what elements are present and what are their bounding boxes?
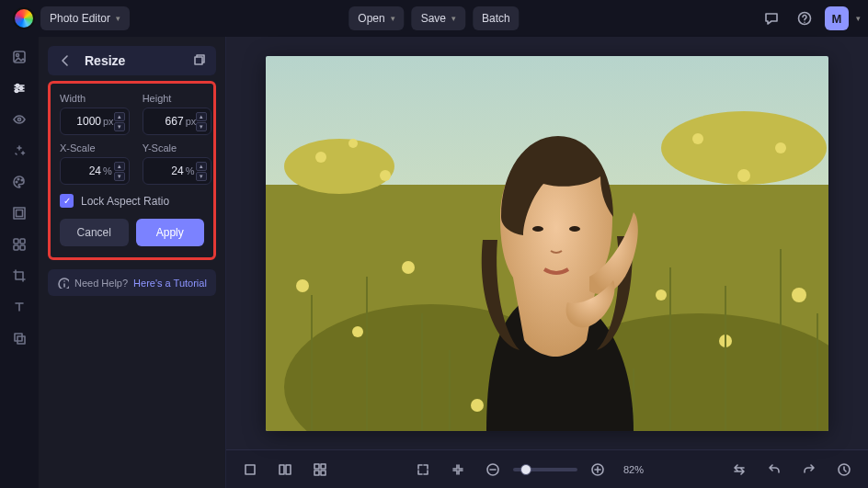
- svg-point-40: [532, 226, 543, 232]
- app-mode-dropdown[interactable]: Photo Editor ▾: [40, 6, 130, 30]
- batch-button[interactable]: Batch: [473, 6, 520, 30]
- top-bar: Photo Editor ▾ Open ▾ Save ▾ Batch M ▾: [0, 0, 868, 37]
- svg-point-7: [16, 181, 17, 183]
- svg-point-41: [569, 226, 580, 232]
- rail-palette-icon[interactable]: [6, 169, 32, 195]
- canvas-area: 82%: [226, 37, 868, 488]
- avatar-letter: M: [832, 12, 842, 26]
- svg-point-32: [692, 133, 703, 144]
- fullscreen-button[interactable]: [410, 457, 436, 482]
- zoom-in-button[interactable]: [585, 457, 611, 482]
- chat-button[interactable]: [759, 6, 784, 31]
- svg-point-26: [315, 152, 326, 163]
- layout-single-button[interactable]: [237, 457, 263, 482]
- fit-screen-button[interactable]: [445, 457, 471, 482]
- yscale-field[interactable]: % ▴ ▾: [143, 157, 212, 185]
- open-button[interactable]: Open ▾: [348, 6, 404, 30]
- rail-image-icon[interactable]: [6, 44, 32, 70]
- width-step-down[interactable]: ▾: [114, 122, 125, 131]
- height-input[interactable]: [151, 115, 184, 128]
- zoom-controls: 82%: [480, 457, 649, 482]
- help-link[interactable]: Here's a Tutorial: [133, 278, 207, 289]
- svg-rect-11: [17, 210, 23, 217]
- redo-button[interactable]: [796, 457, 822, 482]
- svg-point-34: [775, 142, 786, 153]
- svg-point-2: [17, 54, 19, 57]
- info-icon: [57, 277, 69, 289]
- undo-icon: [767, 462, 782, 477]
- width-unit: px: [103, 116, 114, 127]
- svg-point-37: [656, 289, 667, 301]
- height-step-down[interactable]: ▾: [196, 122, 207, 131]
- zoom-out-button[interactable]: [480, 457, 506, 482]
- svg-point-29: [296, 279, 309, 292]
- app-mode-label: Photo Editor: [50, 12, 110, 25]
- xscale-input[interactable]: [68, 165, 101, 177]
- chevron-down-icon: ▾: [451, 14, 456, 23]
- app-logo-icon: [13, 7, 35, 29]
- rail-adjust-icon[interactable]: [6, 75, 32, 101]
- help-icon: [797, 11, 812, 26]
- apply-button[interactable]: Apply: [136, 219, 205, 246]
- svg-point-6: [17, 118, 20, 120]
- height-label: Height: [143, 93, 212, 104]
- rail-eye-icon[interactable]: [6, 107, 32, 132]
- svg-point-39: [471, 399, 484, 412]
- rail-grid-icon[interactable]: [6, 232, 32, 257]
- rail-crop-icon[interactable]: [6, 263, 32, 289]
- zoom-slider[interactable]: [513, 468, 577, 471]
- yscale-step-up[interactable]: ▴: [196, 162, 207, 171]
- xscale-step-down[interactable]: ▾: [114, 172, 125, 181]
- resize-controls-highlight: Width px ▴ ▾ Height px: [48, 81, 216, 260]
- grid-icon: [313, 462, 327, 477]
- svg-point-30: [352, 326, 363, 337]
- compare-icon: [732, 462, 747, 477]
- lock-aspect-row[interactable]: ✓ Lock Aspect Ratio: [60, 194, 204, 208]
- canvas-stage[interactable]: [226, 37, 868, 449]
- tool-rail: [0, 37, 39, 488]
- height-step-up[interactable]: ▴: [196, 112, 207, 121]
- history-icon: [837, 462, 851, 477]
- user-avatar[interactable]: M: [825, 6, 849, 30]
- svg-rect-15: [20, 245, 25, 250]
- svg-rect-45: [314, 464, 319, 469]
- yscale-input[interactable]: [151, 165, 184, 177]
- panel-header: Resize: [48, 46, 216, 75]
- help-button[interactable]: [792, 6, 817, 31]
- square-icon: [243, 462, 257, 477]
- zoom-percent: 82%: [618, 464, 649, 475]
- svg-point-31: [402, 261, 415, 274]
- width-step-up[interactable]: ▴: [114, 112, 125, 121]
- width-input[interactable]: [68, 115, 101, 128]
- canvas-image[interactable]: [266, 56, 828, 431]
- contract-icon: [451, 462, 465, 477]
- panel-copy-button[interactable]: [188, 51, 209, 71]
- user-menu-chevron-icon[interactable]: ▾: [856, 14, 861, 23]
- xscale-field[interactable]: % ▴ ▾: [60, 157, 130, 185]
- svg-rect-13: [20, 239, 25, 244]
- xscale-step-up[interactable]: ▴: [114, 162, 125, 171]
- rail-text-icon[interactable]: [6, 294, 32, 320]
- bottom-bar: 82%: [226, 449, 868, 488]
- svg-rect-44: [286, 465, 291, 474]
- svg-rect-43: [280, 465, 284, 474]
- panel-back-button[interactable]: [55, 51, 75, 71]
- height-field[interactable]: px ▴ ▾: [143, 108, 212, 135]
- rail-layers-icon[interactable]: [6, 325, 32, 351]
- yscale-step-down[interactable]: ▾: [196, 172, 207, 181]
- history-button[interactable]: [831, 457, 857, 482]
- save-button[interactable]: Save ▾: [412, 6, 465, 30]
- zoom-slider-knob[interactable]: [520, 464, 531, 475]
- lock-aspect-checkbox[interactable]: ✓: [60, 194, 74, 208]
- xscale-steppers: ▴ ▾: [114, 162, 125, 181]
- layout-split-button[interactable]: [272, 457, 298, 482]
- height-steppers: ▴ ▾: [196, 112, 207, 131]
- panel-title: Resize: [85, 53, 179, 68]
- rail-frame-icon[interactable]: [6, 200, 32, 226]
- undo-button[interactable]: [761, 457, 787, 482]
- compare-button[interactable]: [726, 457, 752, 482]
- width-field[interactable]: px ▴ ▾: [60, 108, 130, 135]
- cancel-button[interactable]: Cancel: [60, 219, 129, 246]
- layout-grid-button[interactable]: [307, 457, 333, 482]
- rail-sparkle-icon[interactable]: [6, 138, 32, 164]
